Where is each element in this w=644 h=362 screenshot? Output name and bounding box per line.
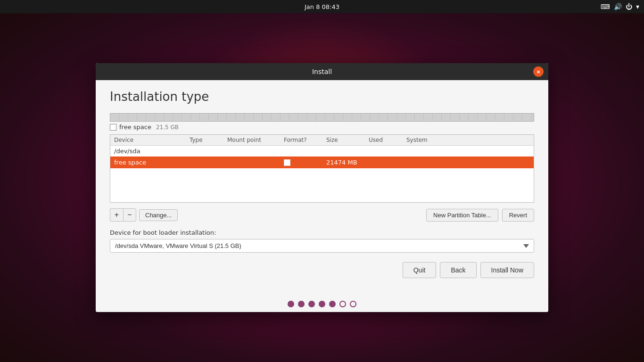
remove-partition-button[interactable]: − [123,208,136,222]
progress-dot-3 [308,301,315,307]
dialog-content: Installation type free space 21.5 GB Dev… [96,80,548,292]
col-system: System [406,137,530,143]
revert-button[interactable]: Revert [502,209,534,222]
table-row[interactable]: free space 21474 MB [110,156,534,168]
volume-icon[interactable]: 🔊 [614,3,622,10]
row-format-checkbox [284,159,290,166]
disk-legend-checkbox [110,124,116,131]
taskbar-system-icons: ⌨ 🔊 ⏻ ▾ [601,3,639,10]
disk-legend-label: free space [119,123,151,131]
disk-legend: free space 21.5 GB [110,123,534,131]
progress-dot-2 [298,301,305,307]
new-partition-table-button[interactable]: New Partition Table... [426,209,498,222]
taskbar: Jan 8 08:43 ⌨ 🔊 ⏻ ▾ [0,0,644,13]
quit-button[interactable]: Quit [403,262,437,278]
col-type: Type [190,137,227,143]
col-device: Device [114,137,190,143]
disk-bar [110,113,534,122]
col-used: Used [369,137,406,143]
row-device: free space [114,159,190,166]
page-title: Installation type [110,90,534,104]
action-buttons: Quit Back Install Now [110,262,534,278]
progress-dot-5 [329,301,336,307]
bootloader-label: Device for boot loader installation: [110,229,534,236]
change-partition-button[interactable]: Change... [139,209,178,221]
taskbar-clock: Jan 8 08:43 [305,3,339,10]
partition-table-body: /dev/sda free space 21474 MB [110,146,534,202]
progress-dot-4 [319,301,325,307]
dialog-title: Install [312,68,332,75]
power-icon[interactable]: ⏻ [626,3,632,10]
right-buttons: New Partition Table... Revert [426,209,534,222]
progress-dot-6 [339,301,346,307]
dialog-titlebar: Install × [96,63,548,80]
row-size: 21474 MB [326,159,369,166]
keyboard-icon[interactable]: ⌨ [601,3,610,10]
install-dialog: Install × Installation type free space 2… [96,63,548,312]
device-row: /dev/sda [110,146,534,156]
close-button[interactable]: × [533,66,544,77]
bootloader-select[interactable]: /dev/sda VMware, VMware Virtual S (21.5 … [110,239,534,253]
add-partition-button[interactable]: + [110,208,123,222]
progress-dots [96,292,548,312]
col-size: Size [326,137,369,143]
partition-table: Device Type Mount point Format? Size Use… [110,134,534,203]
col-format: Format? [284,137,326,143]
progress-dot-7 [350,301,356,307]
modal-wrapper: Install × Installation type free space 2… [0,13,644,362]
chevron-down-icon[interactable]: ▾ [636,3,639,10]
disk-bar-container: free space 21.5 GB [110,113,534,131]
col-mount: Mount point [227,137,284,143]
partition-buttons-row: + − Change... New Partition Table... Rev… [110,208,534,222]
disk-legend-size: 21.5 GB [156,124,179,131]
install-now-button[interactable]: Install Now [480,262,534,278]
back-button[interactable]: Back [440,262,476,278]
partition-table-header: Device Type Mount point Format? Size Use… [110,135,534,146]
progress-dot-1 [288,301,294,307]
